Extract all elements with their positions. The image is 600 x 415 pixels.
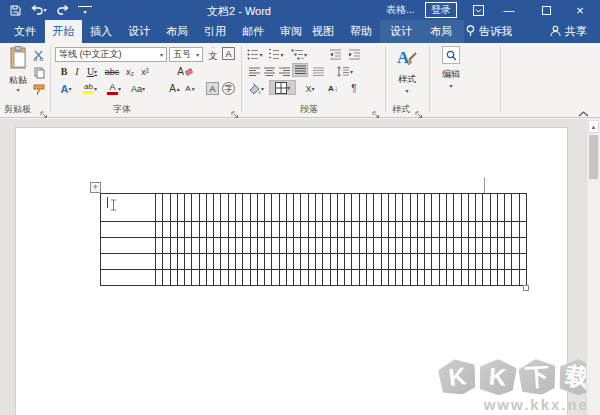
table-cell[interactable] (462, 238, 469, 254)
character-border-icon[interactable]: A (222, 47, 235, 60)
table-cell[interactable] (101, 270, 156, 286)
table-cell[interactable] (258, 254, 265, 270)
table-cell[interactable] (418, 194, 425, 222)
table-cell[interactable] (171, 222, 178, 238)
table-cell[interactable] (185, 222, 192, 238)
styles-dialog-launcher-icon[interactable] (415, 105, 423, 113)
undo-dropdown-icon[interactable]: ▾ (43, 7, 46, 13)
share-button[interactable]: 共享 (550, 20, 587, 43)
save-icon[interactable] (8, 3, 22, 17)
table-cell[interactable] (272, 270, 279, 286)
table-cell[interactable] (367, 270, 374, 286)
table-cell[interactable] (512, 270, 519, 286)
table-cell[interactable] (200, 238, 207, 254)
table-cell[interactable] (396, 194, 403, 222)
table-cell[interactable] (382, 222, 389, 238)
table-cell[interactable] (520, 238, 527, 254)
table-cell[interactable] (163, 222, 170, 238)
table-cell[interactable] (505, 194, 512, 222)
table-cell[interactable] (454, 254, 461, 270)
tab-references[interactable]: 引用 (198, 20, 232, 43)
italic-button[interactable]: I (72, 64, 82, 79)
table-cell[interactable] (178, 254, 185, 270)
table-cell[interactable] (331, 222, 338, 238)
maximize-button[interactable] (538, 2, 554, 18)
table-cell[interactable] (432, 194, 439, 222)
table-cell[interactable] (352, 222, 359, 238)
table-cell[interactable] (156, 238, 163, 254)
table-cell[interactable] (411, 270, 418, 286)
table-cell[interactable] (258, 194, 265, 222)
table-cell[interactable] (229, 194, 236, 222)
table-cell[interactable] (192, 222, 199, 238)
table-cell[interactable] (462, 270, 469, 286)
table-cell[interactable] (229, 238, 236, 254)
table-cell[interactable] (498, 238, 505, 254)
table-cell[interactable] (301, 194, 308, 222)
table-cell[interactable] (483, 254, 490, 270)
table-cell[interactable] (287, 238, 294, 254)
table-cell[interactable] (396, 270, 403, 286)
table-cell[interactable] (411, 254, 418, 270)
table-cell[interactable] (294, 270, 301, 286)
table-cell[interactable] (345, 222, 352, 238)
table-cell[interactable] (287, 270, 294, 286)
table-cell[interactable] (185, 254, 192, 270)
enclose-characters-icon[interactable]: 字 (222, 82, 235, 95)
table-cell[interactable] (251, 194, 258, 222)
table-cell[interactable] (316, 238, 323, 254)
table-cell[interactable] (243, 194, 250, 222)
table-cell[interactable] (483, 270, 490, 286)
table-cell[interactable] (221, 254, 228, 270)
table-cell[interactable] (309, 222, 316, 238)
table-cell[interactable] (243, 270, 250, 286)
scroll-up-icon[interactable]: ▲ (588, 120, 599, 133)
table-cell[interactable] (425, 254, 432, 270)
table-cell[interactable] (258, 222, 265, 238)
table-cell[interactable] (418, 238, 425, 254)
bold-button[interactable]: B (58, 64, 70, 79)
table-cell[interactable] (360, 222, 367, 238)
table-cell[interactable] (418, 254, 425, 270)
table-cell[interactable] (476, 254, 483, 270)
table-cell[interactable] (389, 238, 396, 254)
table-cell[interactable] (229, 254, 236, 270)
table-cell[interactable] (192, 194, 199, 222)
table-cell[interactable] (178, 194, 185, 222)
table-cell[interactable] (476, 270, 483, 286)
justify-icon[interactable] (292, 63, 308, 77)
distribute-icon[interactable] (311, 64, 325, 79)
table-cell[interactable] (469, 238, 476, 254)
table-cell[interactable] (360, 254, 367, 270)
superscript-button[interactable]: x² (138, 64, 152, 79)
table-cell[interactable] (440, 254, 447, 270)
change-case-button[interactable]: Aa▾ (127, 81, 149, 96)
table-cell[interactable] (462, 194, 469, 222)
tab-table-design[interactable]: 设计 (384, 20, 418, 43)
table-cell[interactable] (301, 238, 308, 254)
table-cell[interactable] (396, 222, 403, 238)
table-cell[interactable] (323, 194, 330, 222)
table-cell[interactable] (345, 254, 352, 270)
table-cell[interactable] (192, 254, 199, 270)
table-cell[interactable] (382, 194, 389, 222)
table-cell[interactable] (323, 238, 330, 254)
table-cell[interactable] (483, 222, 490, 238)
table-cell[interactable] (287, 222, 294, 238)
table-cell[interactable] (338, 238, 345, 254)
table-cell[interactable] (454, 222, 461, 238)
paste-dropdown-icon[interactable]: ▾ (16, 87, 19, 93)
table-cell[interactable] (389, 270, 396, 286)
table-cell[interactable] (214, 270, 221, 286)
table-cell[interactable] (483, 194, 490, 222)
tab-layout[interactable]: 布局 (160, 20, 194, 43)
table-cell[interactable] (345, 238, 352, 254)
table-cell[interactable] (374, 270, 381, 286)
table-move-handle[interactable]: + (90, 182, 101, 193)
table-cell[interactable] (265, 194, 272, 222)
character-shading-icon[interactable]: A (206, 82, 219, 95)
table-cell[interactable] (389, 222, 396, 238)
bullets-icon[interactable]: ▾ (246, 47, 264, 62)
table-cell[interactable] (156, 194, 163, 222)
table-cell[interactable] (498, 222, 505, 238)
